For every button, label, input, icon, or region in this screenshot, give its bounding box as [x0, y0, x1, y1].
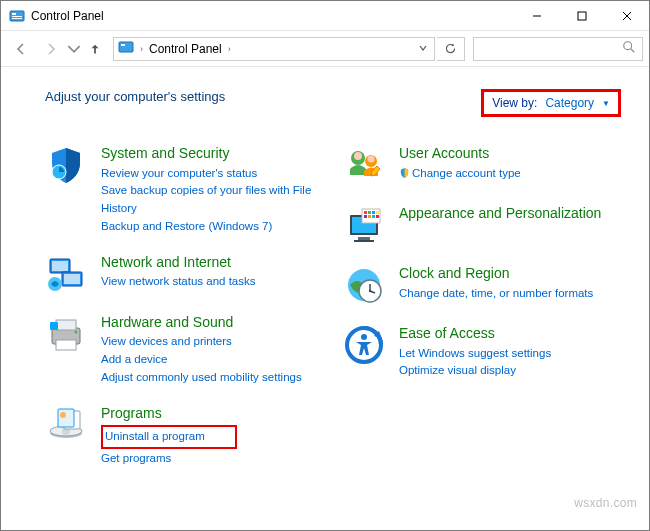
category-link[interactable]: Change date, time, or number formats — [399, 285, 621, 303]
address-bar[interactable]: › Control Panel › — [113, 37, 435, 61]
page-heading: Adjust your computer's settings — [45, 89, 225, 104]
chevron-down-icon: ▼ — [602, 99, 610, 108]
close-button[interactable] — [604, 1, 649, 31]
svg-rect-19 — [56, 320, 76, 330]
programs-icon — [45, 405, 87, 447]
minimize-button[interactable] — [514, 1, 559, 31]
svg-point-53 — [361, 334, 367, 340]
svg-rect-42 — [364, 215, 367, 218]
highlight-uninstall: Uninstall a program — [101, 425, 237, 449]
titlebar: Control Panel — [1, 1, 649, 31]
view-by-label: View by: — [492, 96, 537, 110]
category-title[interactable]: Appearance and Personalization — [399, 205, 621, 223]
recent-locations-dropdown[interactable] — [67, 35, 81, 63]
svg-rect-9 — [121, 44, 125, 46]
svg-rect-41 — [376, 211, 379, 214]
category-appearance: Appearance and Personalization — [343, 205, 621, 247]
category-link[interactable]: Add a device — [101, 351, 323, 369]
category-link-uninstall[interactable]: Uninstall a program — [105, 430, 205, 442]
category-title[interactable]: Hardware and Sound — [101, 314, 323, 332]
svg-rect-38 — [364, 211, 367, 214]
svg-rect-39 — [368, 211, 371, 214]
svg-point-32 — [368, 156, 375, 163]
svg-rect-36 — [354, 240, 374, 242]
svg-rect-44 — [372, 215, 375, 218]
svg-rect-14 — [52, 261, 68, 271]
category-ease-of-access: Ease of Access Let Windows suggest setti… — [343, 325, 621, 380]
control-panel-icon — [118, 39, 134, 58]
control-panel-icon — [9, 8, 25, 24]
svg-rect-43 — [368, 215, 371, 218]
category-system-security: System and Security Review your computer… — [45, 145, 323, 236]
category-link[interactable]: Backup and Restore (Windows 7) — [101, 218, 323, 236]
category-link[interactable]: View devices and printers — [101, 333, 323, 351]
svg-point-30 — [354, 152, 362, 160]
toolbar: › Control Panel › — [1, 31, 649, 67]
svg-rect-1 — [12, 13, 16, 15]
category-link[interactable]: Review your computer's status — [101, 165, 323, 183]
svg-point-21 — [75, 330, 78, 333]
svg-rect-5 — [578, 12, 586, 20]
category-title[interactable]: Ease of Access — [399, 325, 621, 343]
watermark: wsxdn.com — [574, 496, 637, 510]
breadcrumb-item[interactable]: Control Panel — [149, 42, 222, 56]
maximize-button[interactable] — [559, 1, 604, 31]
svg-point-50 — [369, 290, 371, 292]
category-programs: Programs Uninstall a program Get program… — [45, 405, 323, 468]
ease-of-access-icon — [343, 325, 385, 367]
svg-rect-27 — [58, 409, 74, 427]
search-icon — [622, 40, 636, 57]
svg-point-28 — [60, 412, 66, 418]
category-hardware-sound: Hardware and Sound View devices and prin… — [45, 314, 323, 387]
category-title[interactable]: System and Security — [101, 145, 323, 163]
category-column-left: System and Security Review your computer… — [45, 145, 323, 486]
svg-rect-45 — [376, 215, 379, 218]
back-button[interactable] — [7, 35, 35, 63]
up-button[interactable] — [83, 37, 107, 61]
svg-line-11 — [631, 49, 635, 53]
category-link[interactable]: Change account type — [412, 167, 521, 179]
svg-rect-3 — [12, 18, 22, 19]
category-title[interactable]: Network and Internet — [101, 254, 323, 272]
content-area: Adjust your computer's settings View by:… — [1, 67, 649, 496]
shield-icon — [45, 145, 87, 187]
svg-rect-2 — [12, 16, 22, 17]
category-link[interactable]: Save backup copies of your files with Fi… — [101, 182, 323, 218]
svg-rect-20 — [56, 340, 76, 350]
category-link: Change account type — [399, 165, 621, 183]
breadcrumb-sep: › — [228, 44, 231, 54]
clock-icon — [343, 265, 385, 307]
users-icon — [343, 145, 385, 187]
category-link[interactable]: Let Windows suggest settings — [399, 345, 621, 363]
appearance-icon — [343, 205, 385, 247]
category-title[interactable]: Programs — [101, 405, 323, 423]
category-link[interactable]: Optimize visual display — [399, 362, 621, 380]
category-network-internet: Network and Internet View network status… — [45, 254, 323, 296]
address-dropdown[interactable] — [416, 43, 430, 55]
category-title[interactable]: Clock and Region — [399, 265, 621, 283]
svg-rect-16 — [64, 274, 80, 284]
svg-rect-8 — [119, 42, 133, 52]
category-user-accounts: User Accounts Change account type — [343, 145, 621, 187]
forward-button[interactable] — [37, 35, 65, 63]
network-icon — [45, 254, 87, 296]
category-title[interactable]: User Accounts — [399, 145, 621, 163]
breadcrumb-sep: › — [140, 44, 143, 54]
svg-rect-40 — [372, 211, 375, 214]
view-by-selector[interactable]: View by: Category ▼ — [481, 89, 621, 117]
svg-point-10 — [624, 42, 632, 50]
printer-icon — [45, 314, 87, 356]
category-link[interactable]: View network status and tasks — [101, 273, 323, 291]
svg-rect-22 — [50, 322, 58, 330]
category-link[interactable]: Get programs — [101, 450, 323, 468]
window-title: Control Panel — [31, 9, 104, 23]
view-by-value: Category — [545, 96, 594, 110]
category-column-right: User Accounts Change account type Appear… — [343, 145, 621, 486]
refresh-button[interactable] — [437, 37, 465, 61]
category-link[interactable]: Adjust commonly used mobility settings — [101, 369, 323, 387]
svg-rect-35 — [358, 237, 370, 240]
category-clock-region: Clock and Region Change date, time, or n… — [343, 265, 621, 307]
search-input[interactable] — [473, 37, 643, 61]
